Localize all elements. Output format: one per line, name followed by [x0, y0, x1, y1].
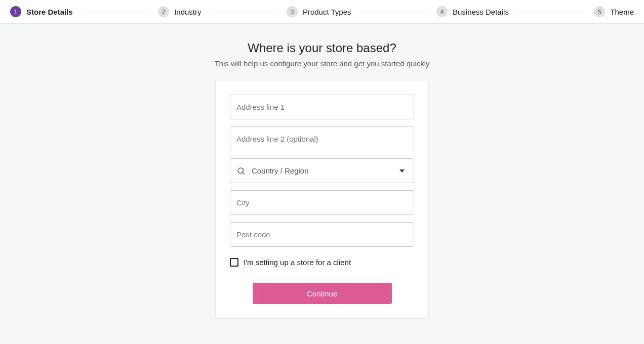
step-product-types[interactable]: 3 Product Types: [287, 6, 351, 17]
onboarding-stepper: 1 Store Details 2 Industry 3 Product Typ…: [0, 0, 644, 24]
postcode-input[interactable]: [230, 222, 414, 247]
country-region-select[interactable]: Country / Region: [230, 158, 414, 183]
step-number: 1: [10, 6, 21, 17]
client-setup-row: I'm setting up a store for a client: [230, 258, 414, 267]
country-placeholder: Country / Region: [252, 166, 393, 175]
step-industry[interactable]: 2 Industry: [158, 6, 201, 17]
page-subtitle: This will help us configure your store a…: [214, 59, 429, 68]
step-divider: [359, 12, 428, 12]
step-store-details[interactable]: 1 Store Details: [10, 6, 73, 17]
city-input[interactable]: [230, 190, 414, 215]
step-theme[interactable]: 5 Theme: [594, 6, 634, 17]
step-divider: [517, 12, 586, 12]
step-divider: [210, 12, 278, 12]
step-divider: [81, 12, 150, 12]
step-number: 4: [436, 6, 448, 17]
page-title: Where is your store based?: [248, 41, 396, 55]
step-label: Product Types: [303, 8, 351, 16]
continue-button[interactable]: Continue: [253, 283, 392, 304]
step-label: Business Details: [453, 8, 509, 16]
step-label: Industry: [174, 8, 201, 16]
client-setup-checkbox[interactable]: [230, 258, 238, 267]
svg-line-1: [243, 173, 244, 174]
step-number: 5: [594, 6, 605, 17]
address-line-1-input[interactable]: [230, 95, 414, 119]
address-line-2-input[interactable]: [230, 126, 414, 151]
step-label: Theme: [610, 8, 634, 16]
step-label: Store Details: [26, 8, 73, 16]
step-business-details[interactable]: 4 Business Details: [436, 6, 509, 17]
chevron-down-icon: [399, 169, 405, 173]
step-number: 2: [158, 6, 169, 17]
step-number: 3: [287, 6, 298, 17]
search-icon: [236, 166, 246, 176]
client-setup-label: I'm setting up a store for a client: [244, 258, 351, 267]
svg-point-0: [238, 168, 244, 174]
store-location-form: Country / Region I'm setting up a store …: [215, 80, 429, 319]
main-content: Where is your store based? This will hel…: [0, 24, 644, 319]
